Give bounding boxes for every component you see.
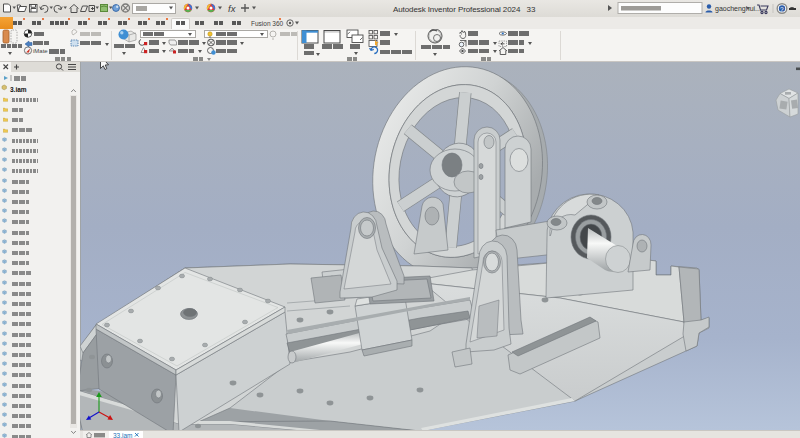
- svg-text:fx: fx: [228, 3, 237, 14]
- svg-text:gaochenghui...: gaochenghui...: [715, 5, 761, 13]
- svg-text:33.iam: 33.iam: [113, 432, 133, 438]
- svg-text:?: ?: [780, 6, 784, 13]
